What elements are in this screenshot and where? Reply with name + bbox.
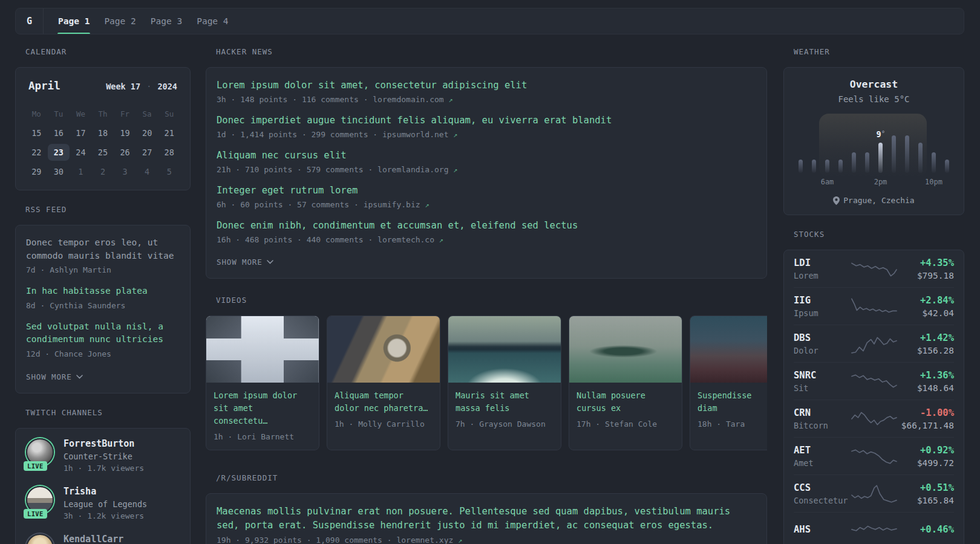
twitch-channel-name[interactable]: Trisha — [64, 486, 147, 497]
twitch-avatar-wrap: LIVE — [26, 438, 54, 466]
twitch-channel-row[interactable]: KendallCarr — [26, 534, 180, 544]
weather-condition: Overcast — [794, 79, 954, 90]
hn-item: Donec imperdiet augue tincidunt felis al… — [217, 114, 756, 139]
video-title[interactable]: Aliquam tempor dolor nec pharetra… — [335, 389, 433, 415]
video-title[interactable]: Mauris sit amet massa felis — [456, 389, 554, 415]
stock-change: +0.92% — [899, 445, 955, 456]
weather-location-text: Prague, Czechia — [843, 196, 914, 205]
stocks-heading: STOCKS — [794, 230, 964, 239]
hn-item-title[interactable]: Donec imperdiet augue tincidunt felis al… — [217, 114, 756, 127]
stock-row: CRNBitcorn-1.00%$66,171.48 — [794, 400, 954, 437]
video-title[interactable]: Lorem ipsum dolor sit amet consectetu… — [214, 389, 312, 427]
stock-sparkline — [849, 408, 899, 430]
hn-item-title[interactable]: Integer eget rutrum lorem — [217, 184, 756, 197]
calendar-day: 4 — [136, 163, 158, 180]
weather-bar — [838, 160, 843, 173]
weather-bar — [812, 160, 816, 173]
live-badge: LIVE — [24, 461, 47, 471]
calendar-separator: · — [145, 82, 152, 91]
video-card[interactable]: Aliquam tempor dolor nec pharetra… 1h · … — [327, 316, 440, 450]
hn-item-title[interactable]: Lorem ipsum dolor sit amet, consectetur … — [217, 79, 756, 92]
video-body: Mauris sit amet massa felis 7h · Grayson… — [448, 383, 561, 437]
current-temp-label: 9° — [877, 129, 886, 139]
twitch-channel-name[interactable]: ForrestBurton — [64, 438, 144, 449]
calendar-month: April — [28, 80, 60, 92]
twitch-avatar-wrap: LIVE — [26, 486, 54, 514]
reddit-post-title[interactable]: Maecenas mollis pulvinar erat non posuer… — [217, 505, 756, 533]
stock-change: +0.51% — [899, 482, 955, 493]
video-thumbnail — [690, 316, 767, 383]
sparkline-chart — [849, 296, 899, 317]
calendar-day: 18 — [92, 125, 114, 141]
stock-symbol: SNRC — [794, 370, 849, 381]
show-more-label: SHOW MORE — [26, 372, 72, 381]
calendar-weekday: Mo — [25, 105, 48, 122]
twitch-channel-name[interactable]: KendallCarr — [64, 534, 123, 544]
weather-bar — [865, 152, 869, 173]
stock-id: IIGIpsum — [794, 295, 849, 318]
tab-page-2[interactable]: Page 2 — [97, 8, 142, 34]
daylight-highlight — [819, 114, 927, 178]
weather-hour-label: 6am — [821, 178, 834, 186]
stock-row: DBSDolor+1.42%$156.28 — [794, 325, 954, 362]
stock-sparkline — [849, 520, 899, 542]
twitch-channel-row[interactable]: LIVE Trisha League of Legends 3h · 1.2k … — [26, 486, 180, 520]
stock-sparkline — [849, 483, 899, 505]
stock-name: Amet — [794, 458, 849, 468]
twitch-widget: LIVE ForrestBurton Counter-Strike 1h · 1… — [15, 428, 191, 544]
video-meta: 7h · Grayson Dawson — [456, 419, 554, 429]
calendar-day: 5 — [158, 163, 180, 180]
calendar-week-year: Week 17 · 2024 — [106, 82, 177, 91]
video-card[interactable]: Nullam posuere cursus ex 17h · Stefan Co… — [569, 316, 682, 450]
video-card[interactable]: Suspendisse diam 18h · Tara — [690, 316, 767, 450]
rss-item-title[interactable]: In hac habitasse platea — [26, 285, 180, 298]
subreddit-widget: Maecenas mollis pulvinar erat non posuer… — [206, 493, 767, 544]
rss-item-title[interactable]: Sed volutpat nulla nisl, a condimentum n… — [26, 320, 180, 346]
stock-symbol: LDI — [794, 257, 849, 268]
weather-bar — [918, 143, 923, 173]
videos-heading: VIDEOS — [216, 296, 767, 305]
stock-symbol: DBS — [794, 332, 849, 343]
video-card[interactable]: Mauris sit amet massa felis 7h · Grayson… — [448, 316, 561, 450]
calendar-day: 20 — [136, 125, 158, 141]
weather-bar — [825, 160, 829, 173]
weather-bar — [852, 152, 856, 173]
tab-page-1[interactable]: Page 1 — [51, 8, 96, 34]
stock-values: -1.00%$66,171.48 — [899, 407, 955, 430]
calendar-day: 22 — [25, 144, 48, 161]
hn-item-meta: 21h · 710 points · 579 comments · loreml… — [217, 165, 756, 174]
tab-page-3[interactable]: Page 3 — [144, 8, 189, 34]
reddit-post: Maecenas mollis pulvinar erat non posuer… — [217, 505, 756, 544]
hn-item-title[interactable]: Donec enim nibh, condimentum et accumsan… — [217, 219, 756, 232]
tab-page-4[interactable]: Page 4 — [190, 8, 235, 34]
stock-row: LDILorem+4.35%$795.18 — [794, 250, 954, 287]
hn-item: Aliquam nec cursus elit 21h · 710 points… — [217, 149, 756, 174]
calendar-weekday: Th — [92, 105, 114, 122]
stock-name: Lorem — [794, 271, 849, 280]
rss-item-title[interactable]: Donec tempor eros leo, ut commodo mauris… — [26, 236, 180, 262]
hn-item-title[interactable]: Aliquam nec cursus elit — [217, 149, 756, 162]
rss-show-more-button[interactable]: SHOW MORE — [26, 372, 83, 381]
stock-price: $795.18 — [899, 271, 955, 280]
rss-item-meta: 12d · Chance Jones — [26, 349, 180, 358]
twitch-channel-info: Trisha League of Legends 3h · 1.2k viewe… — [64, 486, 147, 520]
stock-sparkline — [849, 296, 899, 317]
twitch-heading: TWITCH CHANNELS — [25, 408, 191, 417]
calendar-day: 15 — [25, 125, 48, 141]
video-meta: 17h · Stefan Cole — [577, 419, 675, 429]
hn-show-more-button[interactable]: SHOW MORE — [217, 257, 273, 267]
stock-name: Dolor — [794, 346, 849, 355]
stock-row: SNRCSit+1.36%$148.64 — [794, 362, 954, 400]
video-title[interactable]: Suspendisse diam — [697, 389, 767, 415]
twitch-channel-row[interactable]: LIVE ForrestBurton Counter-Strike 1h · 1… — [26, 438, 180, 473]
stock-name: Bitcorn — [794, 421, 849, 430]
video-thumbnail — [569, 316, 682, 383]
stock-name: Sit — [794, 383, 849, 393]
calendar-grid: MoTuWeThFrSaSu15161718192021222324252627… — [25, 105, 180, 180]
calendar-widget: April Week 17 · 2024 MoTuWeThFrSaSu15161… — [15, 67, 191, 190]
video-title[interactable]: Nullam posuere cursus ex — [577, 389, 675, 415]
stock-id: CCSConsectetur — [794, 482, 849, 505]
calendar-day: 26 — [114, 144, 136, 161]
video-card[interactable]: Lorem ipsum dolor sit amet consectetu… 1… — [206, 316, 319, 450]
stock-values: +0.92%$499.72 — [899, 445, 955, 468]
